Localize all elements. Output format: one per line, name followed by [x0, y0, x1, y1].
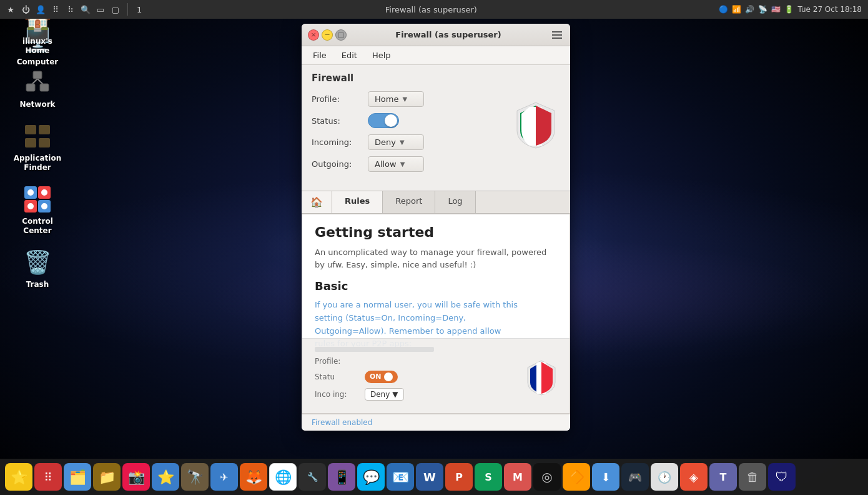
tab-report[interactable]: Report — [383, 191, 435, 213]
toggle-knob — [385, 114, 397, 127]
datetime: Tue 27 Oct 18:18 — [797, 5, 862, 14]
content-title: Getting started — [315, 224, 557, 240]
dock-star[interactable]: ⭐ — [5, 463, 32, 491]
taskbar-left: ★ ⏻ 👤 ⠿ ⠷ 🔍 ▭ ▢ 1 — [0, 3, 149, 16]
taskbar-window-icon[interactable]: ▭ — [95, 4, 106, 15]
taskbar-apps-icon[interactable]: ⠿ — [50, 4, 61, 15]
dock-thunderbird[interactable]: 📧 — [387, 463, 414, 491]
shield-logo — [514, 99, 558, 149]
dock-ufw[interactable]: 🛡 — [768, 463, 796, 491]
taskbar-power-icon[interactable]: ⏻ — [20, 4, 31, 15]
dock-word[interactable]: W — [416, 463, 443, 491]
desktop-icon-controlcenter[interactable]: Control Center — [12, 184, 62, 235]
svg-point-19 — [41, 203, 47, 209]
dock-firefox[interactable]: 🦊 — [240, 463, 267, 491]
taskbar-user-icon[interactable]: 👤 — [35, 4, 46, 15]
network-icon-img — [22, 68, 52, 98]
volume-icon: 🔊 — [745, 5, 754, 14]
preview-toggle-knob — [384, 372, 393, 381]
preview-content: Profile: Statu ON Inco ing: Deny ▼ — [315, 347, 513, 406]
firewall-section-heading: Firewall — [312, 72, 560, 84]
svg-rect-7 — [33, 71, 42, 79]
dock-appmenu[interactable]: ⠿ — [34, 463, 62, 491]
outgoing-dropdown[interactable]: Allow ▼ — [368, 156, 424, 172]
window-minimize-button[interactable]: − — [322, 29, 333, 41]
dock-chrome[interactable]: 🌐 — [269, 463, 297, 491]
dock-mega[interactable]: M — [504, 463, 531, 491]
dock-mailer[interactable]: ✈ — [210, 463, 238, 491]
profile-label: Profile: — [312, 94, 368, 104]
preview-profile-label: Profile: — [315, 357, 365, 366]
incoming-dropdown[interactable]: Deny ▼ — [368, 134, 424, 150]
dock-steam[interactable]: 🎮 — [621, 463, 649, 491]
menu-help[interactable]: Help — [366, 49, 397, 62]
dock-files[interactable]: 🗂️ — [64, 463, 91, 491]
desktop-icon-appfinder[interactable]: Application Finder — [12, 121, 62, 172]
workspace-number[interactable]: 1 — [134, 5, 144, 14]
firewall-window: × − □ Firewall (as superuser) File Edit … — [302, 24, 570, 431]
computer-label: Computer — [17, 58, 58, 66]
svg-rect-6 — [40, 84, 49, 91]
profile-dropdown[interactable]: Home ▼ — [368, 91, 424, 107]
svg-rect-10 — [39, 125, 50, 134]
taskbar-separator — [127, 3, 128, 16]
appfinder-label: Application Finder — [12, 154, 62, 172]
dock-timemachine[interactable]: 🕐 — [651, 463, 678, 491]
menu-edit[interactable]: Edit — [335, 49, 363, 62]
content-area: Getting started An uncomplicated way to … — [302, 214, 570, 414]
dock-viber[interactable]: 📱 — [328, 463, 355, 491]
dock-vlc[interactable]: 🔶 — [563, 463, 590, 491]
menu-file[interactable]: File — [307, 49, 333, 62]
desktop-icon-network[interactable]: Network — [12, 68, 62, 109]
taskbar-star-icon[interactable]: ★ — [5, 4, 16, 15]
dock-trash[interactable]: 🗑 — [739, 463, 766, 491]
dock-screenshot[interactable]: 📸 — [122, 463, 150, 491]
desktop-icon-trash[interactable]: 🗑️ Trash — [12, 248, 62, 289]
preview-incoming-dropdown[interactable]: Deny ▼ — [365, 388, 404, 401]
svg-rect-9 — [25, 138, 36, 148]
signal-icon: 📡 — [758, 5, 767, 14]
window-menu-button[interactable] — [550, 28, 564, 42]
window-controls: × − □ — [308, 29, 347, 41]
preview-overlay: Profile: Statu ON Inco ing: Deny ▼ — [302, 338, 570, 413]
dock-sheets[interactable]: S — [475, 463, 502, 491]
dock-filemanager[interactable]: 📁 — [93, 463, 121, 491]
dock-skype[interactable]: 💬 — [357, 463, 385, 491]
battery-icon: 🔋 — [784, 5, 794, 14]
flag-icon: 🇺🇸 — [771, 5, 781, 14]
bluetooth-icon: 🔵 — [719, 5, 728, 14]
window-maximize-button[interactable]: □ — [335, 29, 347, 41]
tab-log[interactable]: Log — [435, 191, 475, 213]
preview-status-label: Statu — [315, 372, 365, 381]
home-label: ilinux's Home — [12, 37, 62, 55]
status-toggle[interactable] — [368, 113, 399, 128]
firewall-controls: Firewall Profile: — [302, 65, 570, 186]
trash-icon-desktop: 🗑️ — [22, 248, 52, 278]
dock-smartgit[interactable]: ◈ — [680, 463, 708, 491]
dock-binoculars[interactable]: 🔭 — [181, 463, 209, 491]
top-taskbar: ★ ⏻ 👤 ⠿ ⠷ 🔍 ▭ ▢ 1 Firewall (as superuser… — [0, 0, 868, 19]
dock-qbittorrent[interactable]: ⬇ — [592, 463, 619, 491]
dock-proxychains[interactable]: 🔧 — [298, 463, 326, 491]
bottom-dock: ⭐ ⠿ 🗂️ 📁 📸 ⭐ 🔭 ✈ 🦊 🌐 🔧 📱 💬 📧 W P S M ◎ 🔶… — [0, 459, 868, 495]
dock-wps[interactable]: P — [445, 463, 473, 491]
taskbar-search-icon[interactable]: 🔍 — [80, 4, 91, 15]
dock-teamviewer[interactable]: T — [709, 463, 737, 491]
taskbar-grid-icon[interactable]: ⠷ — [65, 4, 76, 15]
preview-status-row: Statu ON — [315, 371, 513, 383]
dock-starred[interactable]: ⭐ — [152, 463, 179, 491]
svg-rect-11 — [39, 138, 50, 148]
window-close-button[interactable]: × — [308, 29, 319, 41]
taskbar-screen-icon[interactable]: ▢ — [110, 4, 121, 15]
preview-incoming-label: Inco ing: — [315, 390, 365, 399]
tab-rules[interactable]: Rules — [332, 191, 383, 213]
dock-aim[interactable]: ◎ — [533, 463, 561, 491]
preview-incoming-row: Inco ing: Deny ▼ — [315, 388, 513, 401]
svg-point-18 — [27, 203, 34, 209]
preview-status-toggle[interactable]: ON — [365, 371, 398, 383]
svg-rect-5 — [26, 84, 35, 91]
tab-home[interactable]: 🏠 — [302, 191, 332, 213]
window-title: Firewall (as superuser) — [347, 30, 550, 39]
desktop-icons: 🖥️ Computer 🌞 Welcome to iLinux! 🏠 ilinu… — [12, 25, 162, 289]
outgoing-label: Outgoing: — [312, 159, 368, 169]
